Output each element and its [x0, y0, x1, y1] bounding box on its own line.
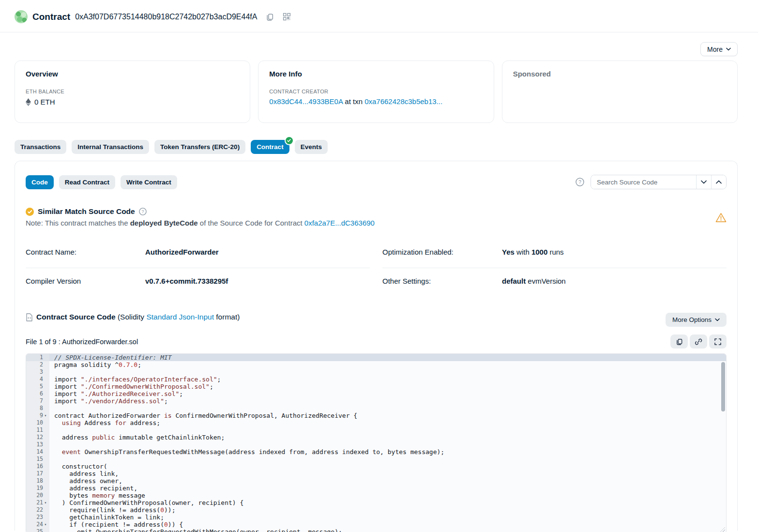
- code-line: address recipient,: [49, 485, 726, 492]
- code-line-row: 23 getChainlinkToken = link;: [26, 514, 726, 521]
- code-line-row: 13: [26, 441, 726, 448]
- code-line: [49, 441, 726, 448]
- code-line-row: 22 require(link != address(0));: [26, 506, 726, 514]
- other-settings-label: Other Settings:: [382, 277, 502, 285]
- fullscreen-button[interactable]: [709, 334, 727, 349]
- fold-toggle[interactable]: 24▾: [26, 521, 49, 528]
- tab-transactions[interactable]: Transactions: [15, 140, 66, 154]
- main-tabs: Transactions Internal Transactions Token…: [15, 140, 738, 154]
- optimization-label: Optimization Enabled:: [382, 248, 502, 256]
- code-line: import "./AuthorizedReceiver.sol";: [49, 390, 726, 397]
- code-lines: 1// SPDX-License-Identifier: MIT2pragma …: [26, 354, 726, 532]
- overview-card-title: Overview: [26, 70, 239, 78]
- compiler-version-value: v0.7.6+commit.7338295f: [145, 277, 228, 285]
- line-number: 23: [26, 514, 49, 521]
- contract-details: Contract Name: AuthorizedForwarder Compi…: [26, 239, 727, 297]
- permalink-button[interactable]: [690, 334, 707, 349]
- line-number: 20: [26, 492, 49, 499]
- more-options-button[interactable]: More Options: [666, 313, 727, 327]
- search-prev-button[interactable]: [711, 175, 726, 189]
- fold-toggle[interactable]: 21▾: [26, 499, 49, 506]
- line-number: 10: [26, 419, 49, 426]
- creator-address-link[interactable]: 0x83dC44...4933BE0A: [269, 97, 343, 106]
- svg-text:?: ?: [141, 209, 144, 214]
- line-number: 12: [26, 434, 49, 441]
- editor-scrollbar[interactable]: [721, 362, 725, 411]
- code-line: event OwnershipTransferRequestedWithMess…: [49, 448, 726, 456]
- line-number: 22: [26, 506, 49, 514]
- line-number: 2: [26, 361, 49, 368]
- json-input-format-link[interactable]: Standard Json-Input: [146, 313, 214, 321]
- line-number: 11: [26, 426, 49, 434]
- tab-events[interactable]: Events: [295, 140, 328, 154]
- code-line-row: 18 address owner,: [26, 477, 726, 485]
- code-line-row: 12 address public immutable getChainlink…: [26, 434, 726, 441]
- optimization-value: Yes with 1000 runs: [502, 248, 564, 256]
- fold-toggle[interactable]: 9▾: [26, 412, 49, 419]
- eth-balance-label: ETH BALANCE: [26, 89, 239, 94]
- tab-internal-transactions[interactable]: Internal Transactions: [72, 140, 149, 154]
- code-line: [49, 456, 726, 463]
- contract-subtabs: Code Read Contract Write Contract: [26, 175, 177, 189]
- line-number: 7: [26, 397, 49, 405]
- search-source-code-input[interactable]: [591, 175, 696, 189]
- contract-name-label: Contract Name:: [26, 248, 145, 256]
- subtab-write-contract[interactable]: Write Contract: [121, 175, 177, 189]
- help-icon[interactable]: ?: [576, 178, 584, 186]
- subtab-code[interactable]: Code: [26, 175, 54, 189]
- copy-address-icon[interactable]: [266, 13, 274, 21]
- creation-txn-link[interactable]: 0xa7662428c3b5eb13...: [364, 97, 442, 106]
- more-button[interactable]: More: [700, 42, 738, 56]
- file-icon: [26, 313, 33, 321]
- code-line: using Address for address;: [49, 419, 726, 426]
- code-line-row: 10 using Address for address;: [26, 419, 726, 426]
- source-code-title: Contract Source Code (Solidity Standard …: [36, 313, 240, 321]
- code-line: ) ConfirmedOwnerWithProposal(owner, reci…: [49, 499, 726, 506]
- search-next-button[interactable]: [696, 175, 711, 189]
- overview-card: Overview ETH BALANCE 0 ETH: [15, 61, 250, 123]
- tab-contract[interactable]: Contract: [251, 140, 289, 154]
- other-settings-row: Other Settings: default evmVersion: [382, 268, 727, 297]
- svg-text:?: ?: [578, 180, 581, 185]
- similar-match-title: Similar Match Source Code: [38, 207, 135, 216]
- eth-balance-value: 0 ETH: [34, 98, 55, 106]
- code-line: [49, 368, 726, 376]
- code-line-row: 21▾ ) ConfirmedOwnerWithProposal(owner, …: [26, 499, 726, 506]
- copy-source-button[interactable]: [670, 334, 688, 349]
- code-line: if (recipient != address(0)) {: [49, 521, 726, 528]
- matched-contract-link[interactable]: 0xfa2a7E...dC363690: [304, 219, 375, 227]
- similar-match-check-icon: [26, 208, 34, 216]
- code-line-row: 15: [26, 456, 726, 463]
- code-line: address link,: [49, 470, 726, 477]
- more-info-card: More Info CONTRACT CREATOR 0x83dC44...49…: [258, 61, 494, 123]
- contract-name-value: AuthorizedForwarder: [145, 248, 219, 256]
- line-number: 19: [26, 485, 49, 492]
- code-line: constructor(: [49, 463, 726, 470]
- code-line-row: 25 emit OwnershipTransferRequestedWithMe…: [26, 528, 726, 532]
- contract-avatar: [15, 10, 28, 23]
- code-line-row: 20 bytes memory message: [26, 492, 726, 499]
- page-title: Contract: [32, 12, 70, 22]
- compiler-version-label: Compiler Version: [26, 277, 145, 285]
- qr-code-icon[interactable]: [283, 13, 291, 21]
- code-line: emit OwnershipTransferRequestedWithMessa…: [49, 528, 726, 532]
- help-icon[interactable]: ?: [139, 208, 147, 215]
- source-code-editor[interactable]: 1// SPDX-License-Identifier: MIT2pragma …: [26, 353, 727, 532]
- code-line: address owner,: [49, 477, 726, 485]
- subtab-read-contract[interactable]: Read Contract: [59, 175, 115, 189]
- sponsored-card-title: Sponsored: [513, 70, 727, 78]
- code-line: bytes memory message: [49, 492, 726, 499]
- creator-mid-text: at txn: [343, 97, 364, 106]
- ethereum-icon: [26, 98, 31, 106]
- code-line-row: 6import "./AuthorizedReceiver.sol";: [26, 390, 726, 397]
- code-line-row: 14 event OwnershipTransferRequestedWithM…: [26, 448, 726, 456]
- code-line: import "./interfaces/OperatorInterface.s…: [49, 376, 726, 383]
- line-number: 25: [26, 528, 49, 532]
- code-line: getChainlinkToken = link;: [49, 514, 726, 521]
- copy-icon: [676, 338, 683, 345]
- sponsored-card: Sponsored: [502, 61, 738, 123]
- more-options-label: More Options: [672, 316, 712, 323]
- contract-name-row: Contract Name: AuthorizedForwarder: [26, 239, 370, 268]
- line-number: 1: [26, 354, 49, 361]
- tab-token-transfers[interactable]: Token Transfers (ERC-20): [154, 140, 245, 154]
